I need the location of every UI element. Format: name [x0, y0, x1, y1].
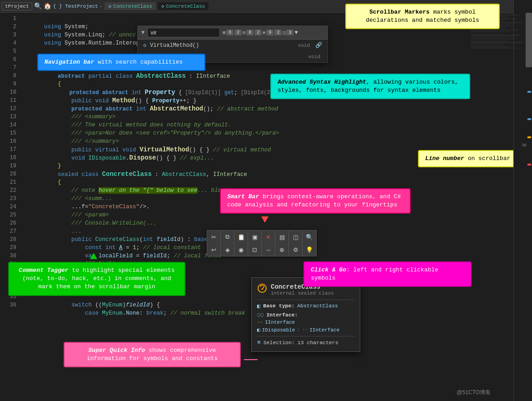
- sb-refactor[interactable]: ◈: [221, 243, 234, 256]
- tab-concreteclass-1[interactable]: ◇ ConcreteClass: [104, 2, 155, 10]
- sb-expand[interactable]: ⊡: [248, 243, 262, 256]
- qi-interface-icon: ◌◌: [257, 311, 264, 318]
- qi-class-name: ConcreteClass: [271, 283, 334, 291]
- search-dropdown[interactable]: ▼ ⊞ 6 2 ⊟ 8 2 ⊕ 9 2 ◫ 3 ▼ ◇ VirtualMetho…: [137, 25, 328, 63]
- tab-concreteclass-2[interactable]: ◇ ConcreteClass: [158, 2, 209, 10]
- scrollbar[interactable]: 30: [513, 0, 532, 401]
- arrow-quickinfo: [244, 359, 258, 360]
- qi-header: ConcreteClass internal sealed class: [257, 283, 354, 296]
- breadcrumb-testproject[interactable]: { } TestProject: [53, 4, 98, 9]
- smart-bar-row-1: ✂ ⧉ 📋 ▣ ✕ ▤ ◫ 🔍: [207, 231, 316, 243]
- quick-info-popup: ConcreteClass internal sealed class ◧ Ba…: [251, 277, 360, 352]
- sb-navigate[interactable]: ◉: [234, 243, 248, 256]
- filter-count-3[interactable]: 3: [286, 30, 293, 35]
- sb-surround[interactable]: ▤: [275, 231, 289, 243]
- result-icon-1: ◇: [143, 42, 146, 49]
- filter-icon: ▼: [141, 30, 144, 36]
- qi-selection-row: ≡ Selection: 13 characters: [257, 339, 354, 346]
- sb-find[interactable]: 🔍: [303, 231, 316, 243]
- sb-extract[interactable]: ◫: [289, 231, 303, 243]
- sb-settings[interactable]: ⚙: [289, 243, 303, 256]
- qi-interface-row: ◌◌ Interface: ◦◦ IInterface ◧ IDisposabl…: [257, 311, 354, 333]
- qi-basetype-val: AbstractClass: [297, 303, 338, 309]
- qi-basetype-icon: ◧: [257, 303, 260, 310]
- filter-count-9[interactable]: 9: [266, 30, 273, 35]
- filter-icon-members: ⊞: [223, 30, 225, 35]
- result-name-1: VirtualMethod(): [150, 42, 199, 49]
- sb-copy[interactable]: ⧉: [221, 231, 234, 243]
- filter-count-2c[interactable]: 2: [274, 30, 282, 35]
- titlebar: tProject 🔍 🏠 { } TestProject ▸ ◇ Concret…: [0, 0, 513, 13]
- breadcrumb-sep: ▸: [100, 3, 103, 9]
- code-line-7: abstract partial class AbstractClass : I…: [20, 64, 513, 72]
- search-bar: ▼ ⊞ 6 2 ⊟ 8 2 ⊕ 9 2 ◫ 3 ▼: [138, 26, 328, 40]
- red-arrow-down: [261, 216, 268, 223]
- sb-delete[interactable]: ✕: [262, 231, 275, 243]
- smart-bar[interactable]: ✂ ⧉ 📋 ▣ ✕ ▤ ◫ 🔍 ↩ ◈ ◉ ⊡ ↔ ⊕ ⚙ 💡: [207, 230, 317, 256]
- qi-selection-val: 13 characters: [298, 340, 338, 346]
- qi-if-icon-1: ◦◦: [257, 320, 263, 325]
- line-numbers: 1 2 3 4 5 6 7 8 9 10 11 12 13 14 15 16 1…: [0, 13, 20, 401]
- qi-selection-icon: ≡: [257, 339, 261, 346]
- filter-icon-4: ◫: [283, 30, 285, 35]
- qi-divider-1: [257, 300, 354, 300]
- qi-basetype-label: Base type:: [263, 303, 294, 309]
- code-line-21: // note hover on the "{" below to see...…: [20, 178, 513, 186]
- scrollbar-marker-6: [527, 136, 531, 138]
- search-input[interactable]: [147, 28, 220, 37]
- result-type-2: void: [308, 54, 322, 60]
- search-result-2[interactable]: ◇ VirtualMethod() void: [138, 51, 328, 62]
- result-name-2: VirtualMethod(): [150, 54, 199, 60]
- qi-if-sep: : ◦◦: [297, 327, 308, 332]
- qi-if-parent: IInterface: [309, 327, 339, 333]
- search-icon[interactable]: 🔍: [34, 2, 42, 10]
- search-filters: ⊞ 6 2 ⊟ 8 2 ⊕ 9 2 ◫ 3 ▼: [223, 30, 298, 36]
- qi-interface-item-1: ◦◦ IInterface: [257, 319, 295, 326]
- qi-interface-label: Interface:: [266, 312, 298, 318]
- qi-name-block: ConcreteClass internal sealed class: [271, 283, 334, 296]
- qi-interface-item-2: ◧ IDisposable : ◦◦ IInterface: [257, 326, 339, 333]
- watermark: @51CTO博客: [457, 389, 491, 396]
- qi-if-name-2: IDisposable: [262, 327, 295, 333]
- filter-count-8[interactable]: 8: [246, 30, 254, 35]
- sb-undo[interactable]: ↩: [207, 243, 221, 256]
- scrollbar-marker-5: [527, 118, 531, 120]
- qi-class-icon: [257, 283, 267, 296]
- sb-paste[interactable]: 📋: [234, 231, 248, 243]
- qi-if-name-1: IInterface: [265, 320, 295, 325]
- qi-class-sub: internal sealed class: [271, 291, 334, 296]
- project-selector[interactable]: tProject: [2, 2, 32, 10]
- scrollbar-line-30: 30: [522, 143, 527, 148]
- filter-dropdown-icon[interactable]: ▼: [294, 30, 298, 36]
- smart-bar-row-2: ↩ ◈ ◉ ⊡ ↔ ⊕ ⚙ 💡: [207, 243, 316, 256]
- filter-count-2a[interactable]: 2: [234, 30, 242, 35]
- code-line-1: using System;: [20, 15, 513, 23]
- green-arrow-up: [90, 253, 97, 259]
- sb-bulb[interactable]: 💡: [303, 243, 316, 256]
- scrollbar-marker-7: [527, 164, 531, 165]
- filter-icon-3: ⊕: [263, 30, 265, 35]
- filter-count-6[interactable]: 6: [226, 30, 234, 35]
- scrollbar-marker-4: [527, 91, 531, 93]
- sb-cut[interactable]: ✂: [207, 231, 221, 243]
- sb-move[interactable]: ↔: [262, 243, 275, 256]
- code-line-19: sealed class ConcreteClass : AbstractCla…: [20, 162, 513, 170]
- filter-icon-2: ⊟: [243, 30, 245, 35]
- qi-if-icon-2: ◧: [257, 327, 260, 333]
- qi-base-type-row: ◧ Base type: AbstractClass: [257, 303, 354, 310]
- result-icon-2: ◇: [143, 53, 146, 60]
- qi-selection-label: Selection:: [264, 340, 295, 346]
- filter-count-2b[interactable]: 2: [254, 30, 262, 35]
- search-result-1[interactable]: ◇ VirtualMethod() void 🔗: [138, 40, 328, 51]
- home-icon[interactable]: 🏠: [44, 2, 51, 10]
- sb-add[interactable]: ⊕: [275, 243, 289, 256]
- scrollbar-thumb[interactable]: [526, 13, 532, 67]
- qi-divider-2: [257, 336, 354, 336]
- sb-wrap[interactable]: ▣: [248, 231, 262, 243]
- result-extra-1: 🔗: [315, 42, 322, 49]
- result-type-1: void: [298, 43, 312, 48]
- code-line-9: protected abstract int Property { [DispI…: [20, 80, 513, 88]
